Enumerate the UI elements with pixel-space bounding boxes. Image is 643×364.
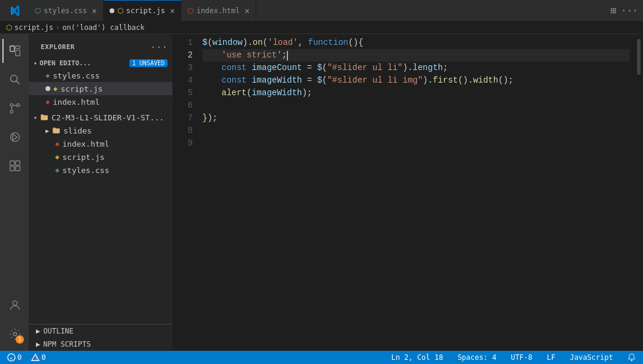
status-encoding[interactable]: UTF-8 — [508, 351, 535, 364]
split-editor-icon[interactable]: ⊞ — [610, 5, 616, 16]
open-editor-script-js[interactable]: ◈ script.js — [29, 82, 172, 95]
ln-5: 5 — [177, 87, 193, 99]
language-label: JavaScript — [570, 353, 613, 362]
breadcrumb-file[interactable]: script.js — [14, 23, 53, 32]
outline-chevron: ▶ — [36, 327, 40, 335]
code-editor[interactable]: 1 2 3 4 5 6 7 8 9 $(window).on('load', f… — [172, 34, 643, 351]
tab-script-js[interactable]: ⬡ script.js × — [104, 0, 181, 21]
tab-index-html-close[interactable]: × — [244, 6, 249, 16]
tab-script-js-close[interactable]: × — [170, 6, 175, 16]
project-index-html[interactable]: ◈ index.html — [29, 137, 172, 150]
oe-script-js-name: script.js — [60, 84, 102, 93]
activity-bar: 1 — [0, 34, 29, 351]
code-line-5: alert(imageWidth); — [202, 87, 630, 99]
svg-point-6 — [17, 104, 20, 107]
explorer-title: EXPLORER — [41, 43, 75, 51]
sidebar-bottom: ▶ OUTLINE ▶ NPM SCRIPTS — [29, 324, 172, 351]
open-editor-styles-css[interactable]: ◈ styles.css — [29, 69, 172, 82]
slides-folder[interactable]: ▶ slides — [29, 124, 172, 137]
svg-point-14 — [13, 301, 17, 305]
svg-point-9 — [11, 133, 20, 142]
ln-9: 9 — [177, 137, 193, 150]
svg-rect-0 — [10, 46, 14, 51]
breadcrumb: ⬡ script.js › on('load') callback — [0, 21, 643, 34]
status-right: Ln 2, Col 18 Spaces: 4 UTF-8 LF JavaScri… — [389, 351, 638, 364]
unsaved-badge: 1 UNSAVED — [129, 59, 168, 67]
code-line-4: const imageWidth = $("#slider ul li img"… — [202, 74, 630, 87]
editor-scrollbar[interactable] — [635, 37, 643, 351]
scrollbar-thumb[interactable] — [637, 39, 641, 75]
breadcrumb-sep1: › — [56, 23, 60, 32]
activity-debug[interactable] — [2, 125, 26, 149]
slides-folder-icon — [52, 126, 60, 135]
slides-folder-label: slides — [63, 126, 92, 135]
settings-badge: 1 — [16, 335, 24, 344]
project-folder[interactable]: ▾ C2-M3-L1-SLIDER-V1-ST... — [29, 111, 172, 124]
proj-index-html-name: index.html — [62, 139, 109, 148]
proj-html-icon: ◈ — [55, 139, 59, 148]
oe-styles-css-name: styles.css — [53, 71, 99, 80]
status-language[interactable]: JavaScript — [568, 351, 615, 364]
slides-chevron: ▶ — [46, 128, 49, 134]
oe-css-icon: ◈ — [46, 71, 50, 80]
status-left: ✕ 0 ! 0 — [5, 351, 48, 364]
svg-rect-2 — [16, 50, 20, 56]
status-bell[interactable] — [625, 351, 638, 364]
html-file-icon: ⬡ — [187, 7, 193, 15]
ln-8: 8 — [177, 125, 193, 137]
svg-point-15 — [13, 332, 17, 336]
project-styles-css[interactable]: ◈ styles.css — [29, 163, 172, 177]
project-folder-name: C2-M3-L1-SLIDER-V1-ST... — [51, 113, 164, 122]
code-content[interactable]: $(window).on('load', function(){ 'use st… — [202, 37, 635, 351]
outline-section[interactable]: ▶ OUTLINE — [29, 324, 172, 338]
activity-settings[interactable]: 1 — [2, 322, 26, 346]
oe-js-modified-dot — [46, 86, 50, 91]
tab-index-html-label: index.html — [196, 7, 239, 15]
npm-scripts-section[interactable]: ▶ NPM SCRIPTS — [29, 338, 172, 351]
status-spaces[interactable]: Spaces: 4 — [455, 351, 499, 364]
tab-script-js-label: script.js — [126, 7, 165, 15]
npm-scripts-label: NPM SCRIPTS — [43, 340, 90, 348]
project-script-js[interactable]: ◈ script.js — [29, 150, 172, 163]
svg-point-3 — [11, 75, 17, 82]
tab-styles-css-close[interactable]: × — [92, 6, 96, 16]
activity-account[interactable] — [2, 293, 26, 317]
proj-css-icon: ◈ — [55, 166, 59, 174]
svg-line-4 — [16, 81, 19, 84]
status-eol[interactable]: LF — [544, 351, 557, 364]
ln-6: 6 — [177, 99, 193, 112]
outline-label: OUTLINE — [43, 327, 74, 335]
error-count: 0 — [17, 353, 22, 362]
open-editors-chevron[interactable]: ▾ — [34, 60, 37, 66]
open-editor-index-html[interactable]: ◈ index.html — [29, 95, 172, 108]
warning-count: 0 — [41, 353, 46, 362]
status-warnings[interactable]: ! 0 — [29, 351, 48, 364]
tab-index-html[interactable]: ⬡ index.html × — [181, 0, 256, 21]
tabs-bar: ⬡ styles.css × ⬡ script.js × ⬡ index.htm… — [0, 0, 643, 21]
status-position[interactable]: Ln 2, Col 18 — [389, 351, 445, 364]
oe-html-icon: ◈ — [46, 98, 50, 106]
activity-extensions[interactable] — [2, 154, 26, 178]
breadcrumb-callback[interactable]: on('load') callback — [62, 23, 144, 32]
line-numbers: 1 2 3 4 5 6 7 8 9 — [172, 37, 202, 351]
folder-icon — [40, 113, 48, 122]
error-icon: ✕ — [7, 353, 16, 362]
ln-4: 4 — [177, 74, 193, 87]
text-cursor — [287, 51, 288, 60]
activity-git[interactable] — [2, 96, 26, 120]
app-logo — [0, 0, 29, 21]
tab-styles-css-label: styles.css — [44, 7, 87, 15]
activity-search[interactable] — [2, 68, 26, 92]
code-line-9 — [202, 137, 630, 150]
explorer-more-icon[interactable]: ··· — [150, 41, 168, 53]
more-actions-icon[interactable]: ··· — [621, 5, 638, 16]
tab-styles-css[interactable]: ⬡ styles.css × — [29, 0, 104, 21]
svg-point-5 — [10, 110, 13, 113]
ln-7: 7 — [177, 112, 193, 125]
status-errors[interactable]: ✕ 0 — [5, 351, 24, 364]
code-line-6 — [202, 99, 630, 112]
project-folder-chevron: ▾ — [34, 114, 37, 121]
code-line-1: $(window).on('load', function(){ — [202, 37, 630, 49]
activity-explorer[interactable] — [2, 39, 26, 63]
main-area: 1 EXPLORER ··· ▾ OPEN EDITO... 1 UNSAVED — [0, 34, 643, 351]
